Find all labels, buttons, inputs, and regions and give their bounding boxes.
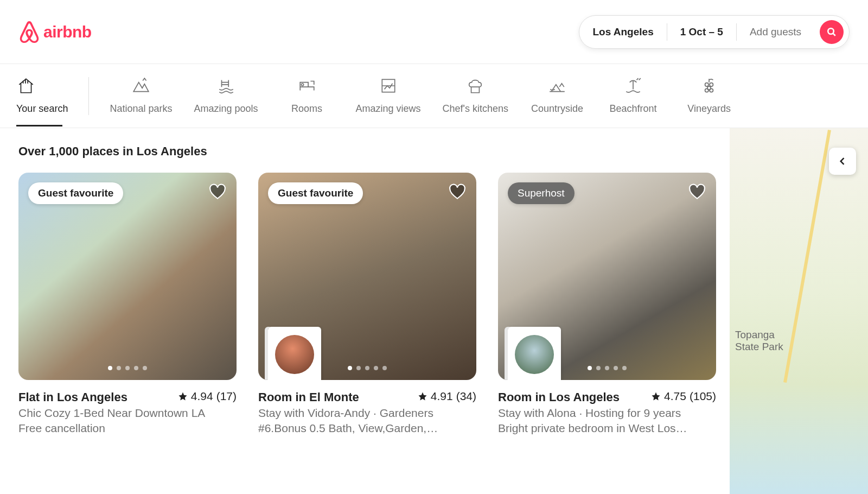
- heart-icon: [208, 182, 227, 201]
- listing-title: Room in El Monte: [258, 390, 359, 404]
- category-amazing-views[interactable]: Amazing views: [345, 64, 432, 115]
- listing-title: Flat in Los Angeles: [18, 390, 127, 404]
- wishlist-button[interactable]: [688, 182, 706, 201]
- host-avatar[interactable]: [268, 327, 321, 380]
- window-view-icon: [379, 76, 398, 96]
- category-national-parks[interactable]: National parks: [99, 64, 183, 115]
- search-button[interactable]: [820, 20, 844, 44]
- pool-icon: [216, 76, 236, 96]
- beach-icon: [623, 76, 643, 96]
- search-bar: Los Angeles 1 Oct – 5 Add guests: [579, 15, 850, 49]
- house-search-icon: [16, 76, 36, 96]
- map-place-label: Topanga State Park: [735, 329, 783, 353]
- wishlist-button[interactable]: [448, 182, 467, 201]
- photo-pagination-dots: [258, 366, 476, 370]
- header: airbnb Los Angeles 1 Oct – 5 Add guests: [0, 0, 868, 64]
- map-collapse-button[interactable]: [829, 148, 856, 175]
- star-icon: [651, 391, 661, 401]
- category-label: Beachfront: [610, 103, 657, 115]
- category-label: Amazing views: [356, 103, 421, 115]
- airbnb-logo[interactable]: airbnb: [18, 20, 92, 44]
- grapes-icon: [699, 76, 719, 96]
- star-icon: [178, 391, 188, 401]
- category-amazing-pools[interactable]: Amazing pools: [183, 64, 269, 115]
- category-label: National parks: [110, 103, 172, 115]
- results-heading: Over 1,000 places in Los Angeles: [18, 144, 711, 159]
- svg-point-0: [828, 28, 834, 34]
- category-label: Amazing pools: [194, 103, 258, 115]
- main: Over 1,000 places in Los Angeles Guest f…: [0, 128, 868, 494]
- category-chefs-kitchens[interactable]: Chef's kitchens: [432, 64, 520, 115]
- svg-point-4: [710, 83, 713, 86]
- countryside-icon: [547, 76, 567, 96]
- category-bar: Your search National parks Amazing pools…: [0, 64, 868, 128]
- host-avatar[interactable]: [508, 327, 561, 380]
- listing-rating: 4.94 (17): [178, 390, 237, 403]
- listing-photo[interactable]: Guest favourite: [18, 173, 237, 380]
- svg-point-6: [705, 88, 709, 92]
- listing-detail: Free cancellation: [18, 422, 237, 435]
- heart-icon: [448, 182, 467, 201]
- heart-icon: [688, 182, 706, 201]
- listing-subtitle: Chic Cozy 1-Bed Near Downtown LA: [18, 407, 237, 420]
- results-panel: Over 1,000 places in Los Angeles Guest f…: [0, 128, 730, 494]
- listing-meta: Flat in Los Angeles 4.94 (17) Chic Cozy …: [18, 390, 237, 435]
- listing-card[interactable]: Guest favourite Room in El Monte 4.9: [258, 173, 476, 435]
- listing-card[interactable]: Superhost Room in Los Angeles 4.75: [498, 173, 716, 435]
- listing-photo[interactable]: Superhost: [498, 173, 716, 380]
- mountains-icon: [131, 76, 151, 96]
- divider: [88, 77, 89, 115]
- listing-photo[interactable]: Guest favourite: [258, 173, 476, 380]
- svg-point-3: [705, 83, 709, 86]
- search-dates[interactable]: 1 Oct – 5: [667, 15, 736, 49]
- listing-subtitle: Stay with Vidora-Andy · Gardeners: [258, 407, 476, 420]
- listing-title: Room in Los Angeles: [498, 390, 620, 404]
- chevron-left-icon: [837, 156, 848, 167]
- listing-detail: #6.Bonus 0.5 Bath, View,Garden,…: [258, 422, 476, 435]
- badge-superhost: Superhost: [508, 182, 575, 204]
- category-label: Countryside: [531, 103, 583, 115]
- star-icon: [418, 391, 427, 401]
- airbnb-logo-icon: [18, 20, 40, 44]
- badge-guest-favourite: Guest favourite: [28, 182, 123, 204]
- map-road: [783, 130, 831, 383]
- listing-meta: Room in Los Angeles 4.75 (105) Stay with…: [498, 390, 716, 435]
- badge-guest-favourite: Guest favourite: [268, 182, 363, 204]
- category-label: Vineyards: [687, 103, 731, 115]
- map-panel[interactable]: Topanga State Park: [730, 128, 868, 494]
- listing-subtitle: Stay with Alona · Hosting for 9 years: [498, 407, 716, 420]
- wishlist-button[interactable]: [208, 182, 227, 201]
- category-your-search[interactable]: Your search: [16, 64, 84, 115]
- svg-point-7: [710, 88, 713, 92]
- category-countryside[interactable]: Countryside: [519, 64, 595, 115]
- chef-hat-icon: [465, 76, 485, 96]
- listing-cards: Guest favourite Flat in Los Angeles 4.94: [18, 173, 711, 435]
- photo-pagination-dots: [498, 366, 716, 370]
- svg-line-1: [833, 33, 835, 35]
- photo-pagination-dots: [18, 366, 237, 370]
- category-label: Rooms: [291, 103, 322, 115]
- category-label: Chef's kitchens: [443, 103, 509, 115]
- search-icon: [827, 27, 837, 37]
- listing-rating: 4.91 (34): [418, 390, 476, 403]
- listing-meta: Room in El Monte 4.91 (34) Stay with Vid…: [258, 390, 476, 435]
- category-label: Your search: [16, 103, 68, 115]
- listing-card[interactable]: Guest favourite Flat in Los Angeles 4.94: [18, 173, 237, 435]
- search-location[interactable]: Los Angeles: [579, 15, 666, 49]
- search-guests[interactable]: Add guests: [737, 15, 814, 49]
- category-rooms[interactable]: Rooms: [269, 64, 345, 115]
- category-vineyards[interactable]: Vineyards: [671, 64, 747, 115]
- bed-icon: [297, 76, 317, 96]
- listing-rating: 4.75 (105): [651, 390, 716, 403]
- category-beachfront[interactable]: Beachfront: [595, 64, 671, 115]
- listing-detail: Bright private bedroom in West Los…: [498, 422, 716, 435]
- airbnb-logo-text: airbnb: [43, 23, 92, 41]
